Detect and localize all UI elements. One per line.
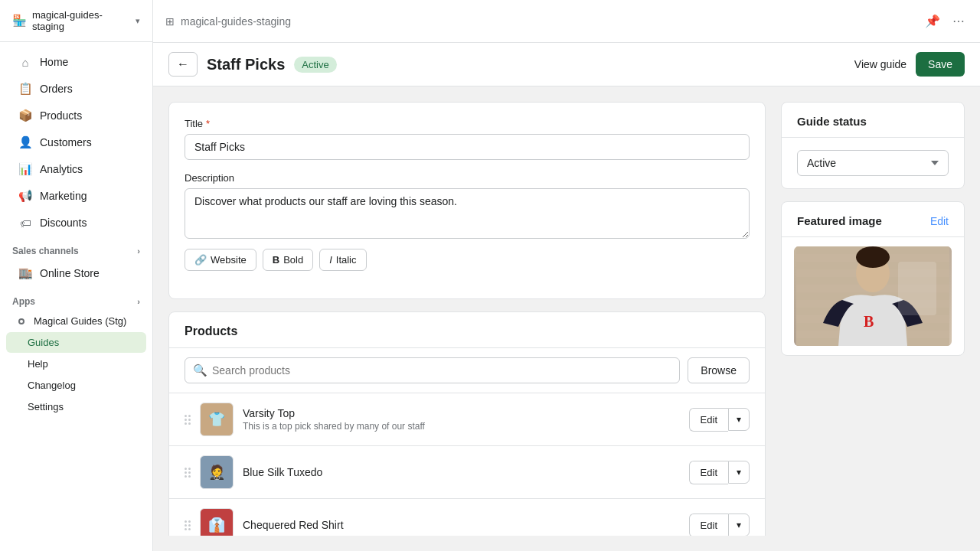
product-info: Varsity Top This is a top pick shared by…	[243, 407, 680, 432]
featured-image-placeholder: B	[794, 246, 952, 346]
bold-icon: B	[273, 254, 279, 266]
apps-chevron-icon: ›	[137, 297, 140, 306]
sidebar-item-marketing[interactable]: 📢 Marketing	[6, 183, 146, 209]
product-actions: Edit ▾	[689, 408, 750, 432]
product-name: Chequered Red Shirt	[243, 519, 680, 531]
sidebar-item-home[interactable]: ⌂ Home	[6, 49, 146, 75]
sidebar-sub-item-help[interactable]: Help	[6, 354, 146, 374]
store-icon: 🏪	[12, 14, 26, 28]
online-store-icon: 🏬	[18, 266, 32, 280]
sidebar-item-label: Analytics	[40, 163, 83, 175]
product-info: Chequered Red Shirt	[243, 519, 680, 531]
featured-image-edit-button[interactable]: Edit	[930, 215, 949, 227]
sales-channels-section: Sales channels ›	[0, 236, 152, 259]
title-input[interactable]	[185, 134, 750, 160]
drag-handle-icon[interactable]	[185, 520, 191, 530]
product-dropdown-button[interactable]: ▾	[728, 408, 750, 431]
sidebar-sub-item-label: Help	[28, 358, 48, 370]
search-icon: 🔍	[193, 364, 207, 377]
sidebar-sub-item-changelog[interactable]: Changelog	[6, 375, 146, 396]
card-body: Title * Description 🔗 Website	[169, 103, 765, 298]
view-guide-button[interactable]: View guide	[854, 58, 906, 70]
featured-image-card: Featured image Edit	[781, 201, 965, 356]
description-form-group: Description 🔗 Website B Bold	[185, 172, 750, 271]
store-selector[interactable]: 🏪 magical-guides-staging ▾	[0, 0, 152, 42]
drag-handle-icon[interactable]	[185, 468, 191, 478]
product-name: Varsity Top	[243, 407, 680, 419]
product-actions: Edit ▾	[689, 461, 750, 484]
italic-toolbar-button[interactable]: I Italic	[319, 249, 366, 271]
product-edit-button[interactable]: Edit	[689, 461, 728, 484]
sidebar-item-analytics[interactable]: 📊 Analytics	[6, 156, 146, 182]
bold-toolbar-button[interactable]: B Bold	[263, 249, 313, 271]
description-textarea[interactable]	[185, 188, 750, 239]
website-toolbar-button[interactable]: 🔗 Website	[185, 249, 256, 271]
sidebar-item-label: Discounts	[40, 217, 87, 229]
product-dropdown-button[interactable]: ▾	[728, 461, 750, 484]
sidebar-sub-item-label: Changelog	[28, 380, 76, 391]
link-icon: 🔗	[194, 254, 207, 266]
products-icon: 📦	[18, 109, 32, 122]
apps-section: Apps ›	[0, 287, 152, 310]
editor-toolbar: 🔗 Website B Bold I Italic	[185, 249, 750, 271]
topbar-title: magical-guides-staging	[181, 15, 291, 28]
product-thumbnail: 🤵	[200, 455, 234, 489]
sidebar-item-label: Orders	[40, 83, 73, 95]
product-name: Blue Silk Tuxedo	[243, 466, 680, 478]
page-header-left: ← Staff Picks Active	[168, 52, 337, 77]
required-marker: *	[206, 118, 210, 129]
sidebar-item-online-store[interactable]: 🏬 Online Store	[6, 260, 146, 286]
title-form-group: Title *	[185, 118, 750, 160]
table-row: 🤵 Blue Silk Tuxedo Edit ▾	[169, 445, 765, 498]
back-button[interactable]: ←	[168, 52, 198, 77]
product-edit-button[interactable]: Edit	[689, 514, 728, 536]
product-thumbnail: 👔	[200, 508, 234, 536]
analytics-icon: 📊	[18, 162, 32, 176]
browse-button[interactable]: Browse	[688, 357, 750, 383]
sidebar-item-label: Products	[40, 109, 82, 122]
sidebar-item-magical-guides[interactable]: Magical Guides (Stg)	[6, 311, 146, 331]
save-button[interactable]: Save	[916, 52, 965, 77]
featured-image-svg: B	[796, 246, 949, 346]
status-select[interactable]: Active Draft	[797, 150, 949, 176]
table-row: 👔 Chequered Red Shirt Edit ▾	[169, 498, 765, 536]
sidebar-item-products[interactable]: 📦 Products	[6, 103, 146, 129]
guide-status-title: Guide status	[782, 103, 964, 138]
page-header-right: View guide Save	[854, 52, 965, 77]
product-info: Blue Silk Tuxedo	[243, 466, 680, 478]
product-description: This is a top pick shared by many of our…	[243, 421, 680, 432]
sidebar-item-orders[interactable]: 📋 Orders	[6, 76, 146, 102]
product-edit-button[interactable]: Edit	[689, 408, 728, 432]
orders-icon: 📋	[18, 82, 32, 96]
content-area: Title * Description 🔗 Website	[153, 86, 980, 551]
sidebar-sub-item-settings[interactable]: Settings	[6, 396, 146, 417]
table-row: 👕 Varsity Top This is a top pick shared …	[169, 393, 765, 445]
description-label: Description	[185, 172, 750, 184]
sidebar-item-label: Customers	[40, 136, 92, 148]
main-wrapper: ⊞ magical-guides-staging 📌 ⋯ ← Staff Pic…	[153, 0, 980, 551]
customers-icon: 👤	[18, 135, 32, 149]
more-options-button[interactable]: ⋯	[949, 11, 968, 31]
guide-status-body: Active Draft	[782, 138, 964, 188]
marketing-icon: 📢	[18, 189, 32, 203]
search-products-input[interactable]	[207, 358, 671, 383]
sidebar-item-label: Home	[40, 56, 68, 68]
svg-point-4	[856, 246, 890, 268]
topbar: ⊞ magical-guides-staging 📌 ⋯	[153, 0, 980, 43]
sidebar-sub-item-label: Guides	[28, 337, 59, 348]
right-sidebar: Guide status Active Draft Featured image…	[781, 102, 965, 536]
sidebar-item-label: Magical Guides (Stg)	[34, 315, 126, 327]
sidebar-item-customers[interactable]: 👤 Customers	[6, 129, 146, 155]
products-search-row: 🔍 Browse	[169, 348, 765, 393]
italic-icon: I	[329, 254, 332, 266]
drag-handle-icon[interactable]	[185, 415, 191, 425]
products-card: Products 🔍 Browse 👕	[168, 311, 766, 536]
status-badge: Active	[294, 57, 336, 73]
title-description-card: Title * Description 🔗 Website	[168, 102, 766, 299]
page-header: ← Staff Picks Active View guide Save	[153, 43, 980, 86]
product-dropdown-button[interactable]: ▾	[728, 514, 750, 536]
sidebar-sub-item-guides[interactable]: Guides	[6, 332, 146, 353]
sidebar-item-discounts[interactable]: 🏷 Discounts	[6, 210, 146, 236]
sales-channels-chevron-icon: ›	[137, 246, 140, 256]
pin-icon-button[interactable]: 📌	[922, 11, 943, 31]
